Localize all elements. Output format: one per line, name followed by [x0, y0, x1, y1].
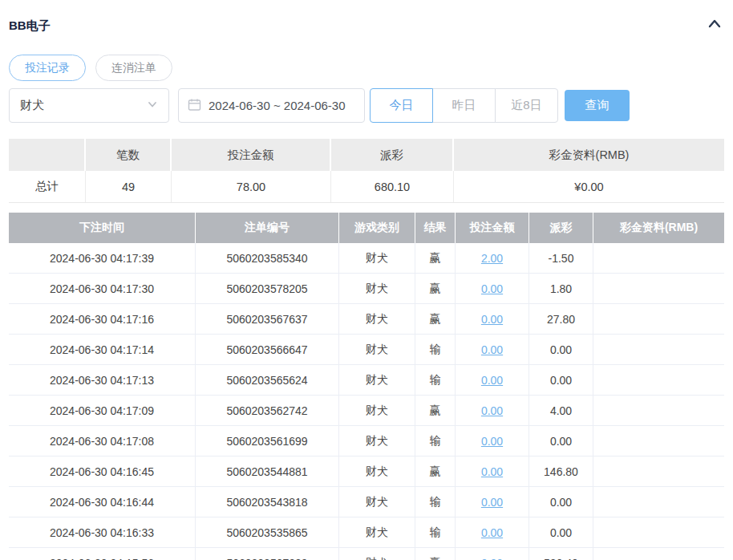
cell-payout: 0.00: [529, 335, 593, 364]
cell-game-type: 财犬: [339, 517, 415, 547]
cell-bet-time: 2024-06-30 04:17:39: [9, 243, 196, 273]
cell-payout: 520.40: [529, 548, 593, 560]
cell-bet-amount: 0.00: [456, 274, 529, 303]
date-range-value: 2024-06-30 ~ 2024-06-30: [209, 99, 346, 112]
table-row: 2024-06-30 04:16:45 5060203544881 财犬 赢 0…: [9, 457, 724, 487]
cell-result: 赢: [415, 274, 456, 303]
summary-header-count: 笔数: [86, 139, 172, 171]
cell-bet-amount: 2.00: [456, 243, 529, 273]
cell-game-type: 财犬: [339, 457, 415, 486]
game-select[interactable]: 财犬: [9, 88, 169, 123]
filter-bar: 财犬 2024-06-30 ~ 2024-06-30 今日 昨日 近8日 查询: [9, 88, 724, 123]
cell-bonus: [593, 487, 724, 517]
table-row: 2024-06-30 04:17:14 5060203566647 财犬 输 0…: [9, 335, 724, 365]
cell-result: 输: [415, 365, 456, 395]
summary-header-bet-amount: 投注金额: [172, 139, 331, 171]
cell-order-id: 5060203561699: [196, 426, 339, 456]
summary-header-bonus: 彩金资料(RMB): [454, 139, 724, 171]
cell-game-type: 财犬: [339, 304, 415, 334]
game-select-value: 财犬: [20, 98, 44, 113]
summary-header-blank: [9, 139, 86, 171]
header-result: 结果: [415, 213, 456, 243]
cell-result: 输: [415, 426, 456, 456]
last-8-days-button[interactable]: 近8日: [495, 88, 558, 123]
cell-order-id: 5060203585340: [196, 243, 339, 273]
bet-amount-link[interactable]: 0.00: [481, 435, 503, 448]
cell-order-id: 5060203535865: [196, 517, 339, 547]
cell-payout: 4.00: [529, 396, 593, 425]
cell-bet-time: 2024-06-30 04:17:08: [9, 426, 196, 456]
cell-bet-time: 2024-06-30 04:17:13: [9, 365, 196, 395]
table-row: 2024-06-30 04:17:30 5060203578205 财犬 赢 0…: [9, 274, 724, 304]
header-bet-time: 下注时间: [9, 213, 196, 243]
tab-cancelled-orders[interactable]: 连消注单: [95, 55, 172, 81]
cell-game-type: 财犬: [339, 426, 415, 456]
bet-amount-link[interactable]: 0.00: [481, 496, 503, 509]
cell-payout: -1.50: [529, 243, 593, 273]
date-range-picker[interactable]: 2024-06-30 ~ 2024-06-30: [178, 88, 365, 123]
header-bet-amount: 投注金额: [456, 213, 529, 243]
table-row: 2024-06-30 04:16:44 5060203543818 财犬 输 0…: [9, 487, 724, 517]
table-row: 2024-06-30 04:17:08 5060203561699 财犬 输 0…: [9, 426, 724, 457]
cell-bonus: [593, 335, 724, 364]
bet-amount-link[interactable]: 2.00: [481, 252, 503, 265]
cell-bet-amount: 0.00: [456, 396, 529, 425]
cell-order-id: 5060203578205: [196, 274, 339, 303]
summary-count-value: 49: [86, 171, 172, 202]
search-button[interactable]: 查询: [565, 90, 630, 121]
cell-bet-amount: 0.00: [456, 304, 529, 334]
cell-order-id: 5060203562742: [196, 396, 339, 425]
header-payout: 派彩: [529, 213, 593, 243]
cell-order-id: 5060203566647: [196, 335, 339, 364]
table-row: 2024-06-30 04:17:39 5060203585340 财犬 赢 2…: [9, 243, 724, 274]
cell-bet-amount: 0.00: [456, 426, 529, 456]
bet-amount-link[interactable]: 0.00: [481, 404, 503, 417]
cell-bet-amount: 0.00: [456, 335, 529, 364]
cell-game-type: 财犬: [339, 396, 415, 425]
cell-payout: 1.80: [529, 274, 593, 303]
cell-order-id: 5060203507289: [196, 548, 339, 560]
cell-result: 输: [415, 335, 456, 364]
cell-payout: 0.00: [529, 365, 593, 395]
cell-payout: 27.80: [529, 304, 593, 334]
bet-amount-link[interactable]: 0.00: [481, 374, 503, 387]
collapse-panel-button[interactable]: [705, 16, 724, 35]
cell-game-type: 财犬: [339, 548, 415, 560]
cell-game-type: 财犬: [339, 274, 415, 303]
bet-amount-link[interactable]: 0.00: [481, 526, 503, 539]
cell-bet-time: 2024-06-30 04:17:09: [9, 396, 196, 425]
cell-bet-time: 2024-06-30 04:16:45: [9, 457, 196, 486]
cell-order-id: 5060203565624: [196, 365, 339, 395]
cell-bonus: [593, 243, 724, 273]
bet-amount-link[interactable]: 0.00: [481, 343, 503, 356]
cell-order-id: 5060203544881: [196, 457, 339, 486]
table-row: 2024-06-30 04:17:13 5060203565624 财犬 输 0…: [9, 365, 724, 396]
cell-result: 赢: [415, 457, 456, 486]
cell-bet-time: 2024-06-30 04:17:14: [9, 335, 196, 364]
yesterday-button[interactable]: 昨日: [432, 88, 496, 123]
cell-result: 赢: [415, 396, 456, 425]
summary-total-label: 总计: [9, 171, 86, 202]
tab-bet-records[interactable]: 投注记录: [9, 55, 86, 81]
header-order-id: 注单编号: [196, 213, 339, 243]
bet-amount-link[interactable]: 0.00: [481, 465, 503, 478]
table-row: 2024-06-30 04:17:09 5060203562742 财犬 赢 0…: [9, 396, 724, 426]
tab-label: 连消注单: [111, 61, 156, 75]
cell-bonus: [593, 517, 724, 547]
yesterday-label: 昨日: [452, 98, 476, 113]
today-button[interactable]: 今日: [370, 88, 433, 123]
bet-amount-link[interactable]: 0.00: [481, 313, 503, 326]
bet-amount-link[interactable]: 0.00: [481, 282, 503, 295]
cell-bonus: [593, 274, 724, 303]
cell-result: 赢: [415, 304, 456, 334]
quick-date-group: 今日 昨日 近8日: [370, 88, 558, 123]
bb-games-panel: BB电子 投注记录 连消注单 财犬 2024-06-30 ~ 2024-06-3…: [0, 16, 733, 560]
cell-bet-amount: 0.00: [456, 365, 529, 395]
cell-bet-time: 2024-06-30 04:16:33: [9, 517, 196, 547]
cell-bet-amount: 0.00: [456, 548, 529, 560]
cell-payout: 0.00: [529, 517, 593, 547]
page-title: BB电子: [9, 18, 51, 34]
bet-amount-link[interactable]: 0.00: [481, 557, 503, 560]
tab-label: 投注记录: [25, 61, 70, 75]
cell-bet-time: 2024-06-30 04:15:56: [9, 548, 196, 560]
